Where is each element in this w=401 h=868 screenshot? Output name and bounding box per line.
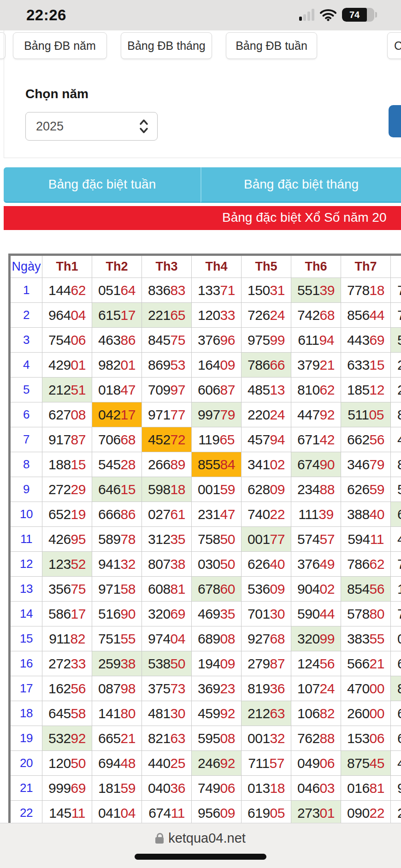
result-cell: 75850 [192,527,241,551]
special-table-switcher: Bảng đặc biệt tuần Bảng đặc biệt tháng [4,167,401,201]
result-cell: 09022 [341,801,390,825]
result-cell: 44369 [341,328,390,352]
day-number: 19 [11,726,42,750]
result-cell: 5 [391,328,401,352]
result-cell: 99969 [42,776,92,800]
result-cell: 24692 [192,751,241,775]
result-cell: 15031 [242,278,291,302]
result-cell: 12033 [192,303,241,327]
result-cell: 7 [391,602,401,626]
status-bar: 22:26 74 [0,0,401,30]
result-cell: 56621 [341,651,390,676]
result-cell: 91182 [42,626,92,651]
result-cell: 98201 [92,353,142,377]
result-cell: 84575 [142,328,191,352]
result-cell: 03050 [192,552,241,576]
result-cell: 34102 [242,452,291,477]
special-month-button[interactable]: Bảng đặc biệt tháng [200,167,401,203]
result-cell: 22165 [142,303,191,327]
result-cell: 53850 [142,651,191,676]
day-number: 12 [11,552,42,576]
result-cell: 67411 [142,801,191,825]
result-cell: 67490 [291,452,341,477]
result-cell: 21251 [42,378,92,402]
result-cell: 51690 [92,602,142,626]
result-cell: 8 [391,676,401,701]
table-title-banner: Bảng đặc biệt Xổ Số năm 20 [4,206,401,230]
day-number: 21 [11,776,42,800]
home-indicator[interactable] [135,854,266,860]
special-week-button[interactable]: Bảng đặc biệt tuần [4,167,200,203]
result-cell: 85456 [341,577,390,601]
select-chevrons-icon [139,118,149,134]
result-cell: 74268 [291,303,341,327]
result-cell: 16256 [42,676,92,701]
result-cell: 36923 [192,676,241,701]
result-cell: 97158 [92,577,142,601]
result-cell: 67142 [291,427,341,452]
result-cell: 64558 [42,701,92,726]
result-cell: 81062 [291,378,341,402]
result-cell: 59411 [341,527,390,551]
result-cell: 65219 [42,502,92,526]
result-cell: 90402 [291,577,341,601]
result-cell: 15306 [341,726,390,750]
result-cell: 9 [391,776,401,800]
column-header: Th1 [42,256,92,278]
result-cell: 53292 [42,726,92,750]
submit-year-button[interactable] [389,105,401,137]
day-number: 6 [11,402,42,427]
result-cell: 99779 [192,402,241,427]
result-cell: 62659 [341,477,390,502]
column-header: Th5 [242,256,291,278]
result-cell: 01681 [341,776,390,800]
address-bar[interactable]: ketqua04.net [0,831,401,846]
result-cell: 12352 [42,552,92,576]
result-cell: 48130 [142,701,191,726]
result-cell: 45272 [142,427,191,452]
result-cell: 37921 [291,353,341,377]
result-cell: 85644 [341,303,390,327]
choose-year-label: Chọn năm [25,87,88,101]
result-cell: 46935 [192,602,241,626]
result-cell: 70130 [242,602,291,626]
result-cell: 12456 [291,651,341,676]
result-cell: 0 [391,626,401,651]
day-number: 13 [11,577,42,601]
result-cell: 91787 [42,427,92,452]
result-cell: 57457 [291,527,341,551]
result-cell: 62708 [42,402,92,427]
wifi-icon [320,8,336,21]
result-cell: 57880 [341,602,390,626]
result-cell: 96404 [42,303,92,327]
year-select-value: 2025 [36,119,139,134]
day-number: 14 [11,602,42,626]
result-cell: 97599 [242,328,291,352]
result-cell: 12050 [42,751,92,775]
lottery-table-wrap: NgàyTh1Th2Th3Th4Th5Th6Th7114462051648368… [8,254,401,827]
year-select[interactable]: 2025 [25,112,158,141]
result-cell: 00159 [192,477,241,502]
result-cell: 00177 [242,527,291,551]
result-cell: 62809 [242,477,291,502]
result-cell: 04217 [92,402,142,427]
column-header: Th4 [192,256,241,278]
result-cell: 4 [391,751,401,775]
result-cell: 6 [391,502,401,526]
result-cell: 18815 [42,452,92,477]
result-cell: 59044 [291,602,341,626]
result-cell: 04104 [92,801,142,825]
result-cell: 66521 [92,726,142,750]
result-cell: 4 [391,527,401,551]
battery-percent: 74 [342,8,367,22]
result-cell: 82163 [142,726,191,750]
result-cell: 37573 [142,676,191,701]
result-cell: 7 [391,552,401,576]
result-cell: 60687 [192,378,241,402]
result-cell: 13371 [192,278,241,302]
result-cell: 10724 [291,676,341,701]
result-cell: 61905 [242,801,291,825]
result-cell: 59508 [192,726,241,750]
day-number: 4 [11,353,42,377]
lock-icon [155,833,164,844]
